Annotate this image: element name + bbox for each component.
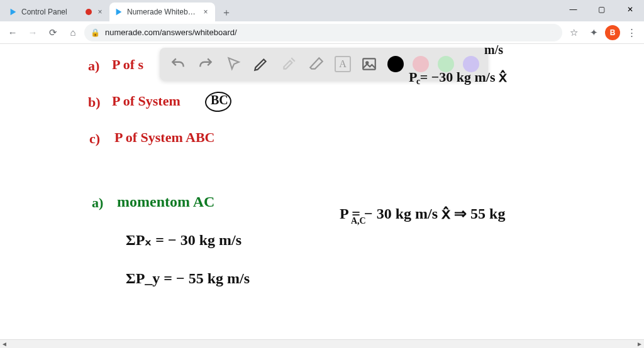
back-button[interactable]: ← [4, 24, 21, 41]
horizontal-scrollbar[interactable]: ◄ ► [0, 339, 644, 348]
pc-sub: c [416, 77, 420, 87]
svg-rect-2 [363, 58, 375, 69]
browser-titlebar: Control Panel × Numerade Whiteboard × ＋ … [0, 0, 644, 21]
pac-sub: A,C [351, 216, 366, 226]
item-b-prefix: b) [88, 94, 101, 111]
tab-close-icon[interactable]: × [96, 8, 104, 16]
sum-px: ΣPₓ = − 30 kg m/s [126, 231, 242, 249]
svg-marker-0 [11, 9, 16, 16]
url-text: numerade.com/answers/whiteboard/ [105, 28, 237, 37]
redo-button[interactable] [196, 55, 215, 73]
address-bar: ← → ⟳ ⌂ 🔒 numerade.com/answers/whiteboar… [0, 21, 644, 44]
new-tab-button[interactable]: ＋ [218, 4, 235, 21]
tab-strip: Control Panel × Numerade Whiteboard × ＋ [4, 0, 235, 21]
svg-marker-1 [116, 9, 122, 16]
profile-avatar[interactable]: B [605, 25, 620, 40]
top-ms: m/s [484, 43, 503, 57]
answer-a-title: momentom AC [117, 193, 214, 210]
item-a-text: P of s [112, 57, 143, 73]
bookmark-star-icon[interactable]: ☆ [565, 24, 582, 41]
tools-button[interactable] [279, 55, 298, 73]
whiteboard-canvas[interactable]: A a) P of s b) P of System BC c) P of Sy… [0, 44, 644, 348]
window-maximize-button[interactable]: ▢ [587, 0, 616, 19]
tab-label: Control Panel [21, 8, 82, 16]
tab-close-icon[interactable]: × [201, 8, 210, 16]
text-tool-label: A [339, 58, 347, 70]
window-close-button[interactable]: ✕ [616, 0, 644, 19]
color-swatch-black[interactable] [387, 56, 404, 72]
item-a-prefix: a) [88, 58, 99, 74]
scroll-left-icon[interactable]: ◄ [1, 340, 8, 347]
item-c-text: P of System ABC [114, 129, 215, 146]
pointer-tool[interactable] [224, 55, 243, 73]
scroll-right-icon[interactable]: ► [636, 340, 643, 347]
pen-tool[interactable] [252, 55, 270, 73]
item-b-text: P of System [112, 93, 180, 109]
eraser-tool[interactable] [307, 55, 326, 73]
undo-button[interactable] [169, 55, 187, 73]
extensions-icon[interactable]: ✦ [585, 24, 602, 41]
lock-icon: 🔒 [91, 28, 100, 37]
forward-button[interactable]: → [24, 24, 42, 41]
kebab-menu-icon[interactable]: ⋮ [623, 24, 640, 41]
home-button[interactable]: ⌂ [64, 24, 82, 41]
numerade-favicon [9, 8, 18, 16]
tab-whiteboard[interactable]: Numerade Whiteboard × [109, 3, 215, 21]
image-tool[interactable] [360, 55, 379, 73]
window-minimize-button[interactable]: — [559, 0, 587, 19]
item-c-prefix: c) [89, 131, 100, 147]
window-controls: — ▢ ✕ [559, 0, 644, 19]
text-tool[interactable]: A [335, 56, 351, 72]
sum-py: ΣP_y = − 55 kg m/s [126, 270, 250, 287]
tab-control-panel[interactable]: Control Panel × [4, 3, 109, 21]
tab-label: Numerade Whiteboard [127, 8, 197, 16]
recording-badge-icon [86, 9, 92, 15]
answer-a-prefix: a) [92, 195, 103, 211]
numerade-favicon [114, 8, 123, 16]
omnibox[interactable]: 🔒 numerade.com/answers/whiteboard/ [84, 24, 562, 41]
pc-line: P = −30 kg m/s x̂ [409, 69, 507, 85]
reload-button[interactable]: ⟳ [44, 24, 62, 41]
